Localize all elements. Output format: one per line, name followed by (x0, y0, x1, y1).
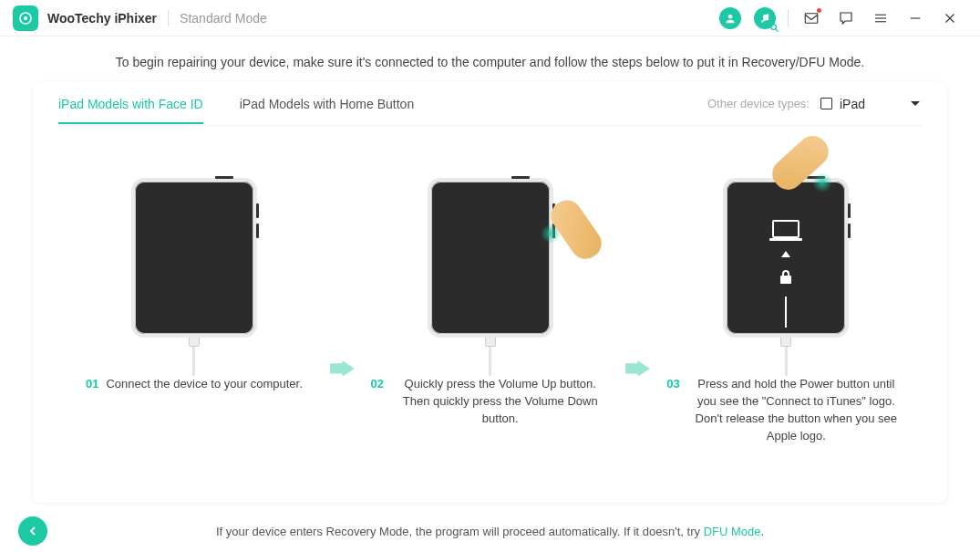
press-glow-icon (812, 172, 832, 193)
titlebar-divider (168, 10, 169, 26)
connect-to-itunes-icon (772, 220, 799, 328)
svg-point-2 (728, 14, 733, 18)
notification-dot (817, 8, 821, 13)
menu-icon[interactable] (869, 6, 892, 30)
steps-container: 01 Connect the device to your computer. (58, 126, 922, 484)
step-description: Connect the device to your computer. (106, 376, 302, 393)
titlebar-divider-2 (788, 9, 789, 27)
step-number: 02 (371, 376, 384, 428)
mail-icon[interactable] (799, 6, 823, 30)
tab-row: iPad Models with Face ID iPad Models wit… (58, 82, 922, 126)
footer: If your device enters Recovery Mode, the… (0, 510, 980, 552)
cable-icon (779, 336, 792, 376)
main-panel: iPad Models with Face ID iPad Models wit… (33, 82, 947, 503)
instruction-text: To begin repairing your device, make sur… (33, 47, 947, 82)
device-type-select[interactable]: iPad (819, 93, 922, 115)
svg-point-5 (771, 24, 777, 29)
svg-point-4 (767, 18, 769, 20)
step-description: Press and hold the Power button until yo… (687, 376, 905, 444)
arrow-right-icon (625, 360, 650, 377)
app-title: WooTechy iPhixer (47, 11, 157, 26)
feedback-icon[interactable] (834, 6, 858, 30)
close-button[interactable] (938, 6, 962, 30)
titlebar: WooTechy iPhixer Standard Mode (0, 0, 980, 36)
dfu-mode-link[interactable]: DFU Mode (704, 525, 761, 538)
ipad-illustration (131, 178, 257, 338)
device-type-value: iPad (840, 97, 865, 111)
chevron-down-icon (911, 101, 920, 107)
app-logo (13, 5, 38, 31)
music-search-icon[interactable] (753, 6, 777, 30)
svg-point-3 (761, 20, 763, 22)
svg-rect-7 (805, 13, 818, 23)
mode-label: Standard Mode (180, 11, 267, 26)
device-type-label: Other device types: (707, 97, 810, 110)
svg-point-1 (24, 16, 27, 20)
step-1: 01 Connect the device to your computer. (67, 166, 321, 393)
cable-icon (484, 336, 497, 376)
step-number: 03 (666, 376, 679, 444)
checkbox-icon (820, 98, 832, 109)
back-button[interactable] (18, 516, 47, 546)
cable-icon (188, 336, 201, 376)
ipad-illustration (723, 178, 849, 338)
tab-faceid[interactable]: iPad Models with Face ID (58, 84, 203, 124)
ipad-illustration (428, 178, 553, 338)
step-description: Quickly press the Volume Up button. Then… (391, 376, 609, 428)
step-3: 03 Press and hold the Power button until… (659, 166, 913, 444)
step-number: 01 (86, 376, 98, 393)
account-icon[interactable] (718, 6, 742, 30)
svg-line-6 (776, 28, 779, 31)
arrow-right-icon (330, 360, 355, 377)
minimize-button[interactable] (903, 6, 927, 30)
step-2: 02 Quickly press the Volume Up button. T… (364, 166, 617, 428)
tab-homebutton[interactable]: iPad Models with Home Button (240, 84, 414, 124)
footer-text: If your device enters Recovery Mode, the… (18, 525, 962, 538)
